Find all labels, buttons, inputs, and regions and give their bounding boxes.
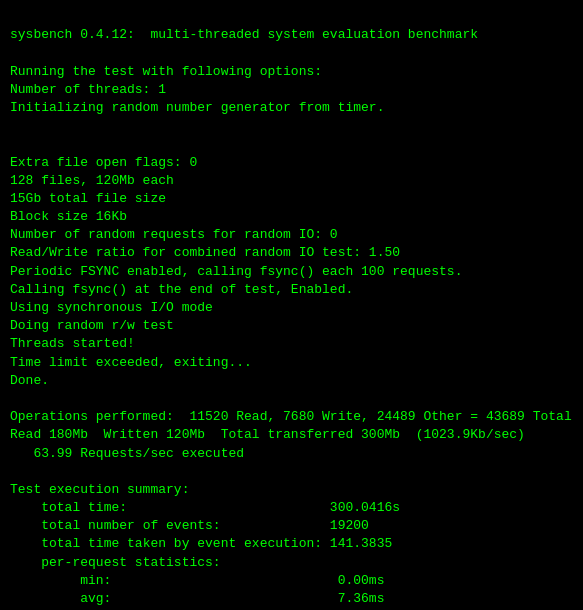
terminal-line-min: min: 0.00ms: [10, 572, 573, 590]
terminal-output: sysbench 0.4.12: multi-threaded system e…: [10, 8, 573, 610]
terminal-line-timetaken: total time taken by event execution: 141…: [10, 535, 573, 553]
terminal-line-fsync1: Periodic FSYNC enabled, calling fsync() …: [10, 263, 573, 281]
terminal-line-operations: Operations performed: 11520 Read, 7680 W…: [10, 408, 573, 426]
terminal-line-filecount: 128 files, 120Mb each: [10, 172, 573, 190]
terminal-line-totaltime: total time: 300.0416s: [10, 499, 573, 517]
terminal-line-blank1: [10, 44, 573, 62]
terminal-line-totalevents: total number of events: 19200: [10, 517, 573, 535]
terminal-line-filesize: 15Gb total file size: [10, 190, 573, 208]
terminal-line-reqsec: 63.99 Requests/sec executed: [10, 445, 573, 463]
terminal-line-running: Running the test with following options:: [10, 63, 573, 81]
terminal-line-rwratio: Read/Write ratio for combined random IO …: [10, 244, 573, 262]
terminal-line-title: sysbench 0.4.12: multi-threaded system e…: [10, 26, 573, 44]
terminal-line-randrequests: Number of random requests for random IO:…: [10, 226, 573, 244]
terminal-line-threads: Number of threads: 1: [10, 81, 573, 99]
terminal-line-summary: Test execution summary:: [10, 481, 573, 499]
terminal-line-avg: avg: 7.36ms: [10, 590, 573, 608]
terminal-line-blocksize: Block size 16Kb: [10, 208, 573, 226]
terminal-line-syncmode: Using synchronous I/O mode: [10, 299, 573, 317]
terminal-line-done: Done.: [10, 372, 573, 390]
terminal-line-rwtest: Doing random r/w test: [10, 317, 573, 335]
terminal-line-readwrite: Read 180Mb Written 120Mb Total transferr…: [10, 426, 573, 444]
terminal-line-perrequest: per-request statistics:: [10, 554, 573, 572]
terminal-line-fsync2: Calling fsync() at the end of test, Enab…: [10, 281, 573, 299]
terminal-line-blank2: [10, 117, 573, 135]
terminal-line-fileflags: Extra file open flags: 0: [10, 154, 573, 172]
terminal-line-timelimit: Time limit exceeded, exiting...: [10, 354, 573, 372]
terminal-line-blank3: [10, 135, 573, 153]
terminal-line-blank4: [10, 390, 573, 408]
terminal-line-started: Threads started!: [10, 335, 573, 353]
terminal-line-blank5: [10, 463, 573, 481]
terminal-line-init: Initializing random number generator fro…: [10, 99, 573, 117]
